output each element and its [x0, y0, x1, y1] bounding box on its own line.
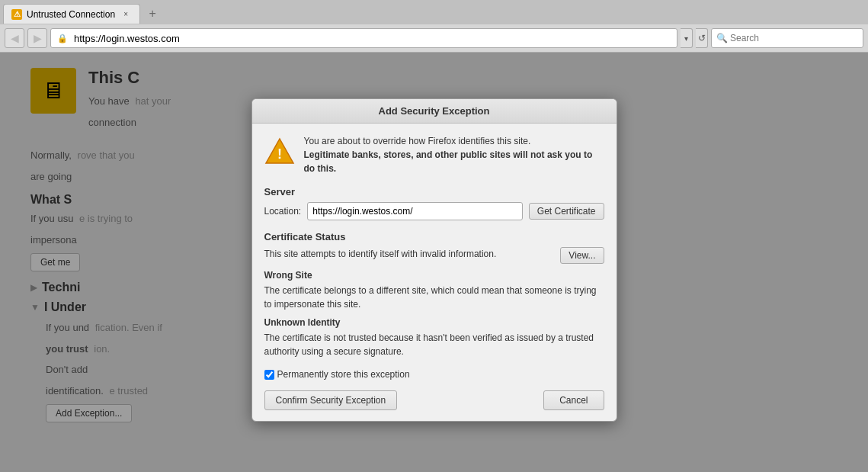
permanently-store-checkbox[interactable]: [264, 370, 274, 380]
wrong-site-text: The certificate belongs to a different s…: [264, 284, 604, 311]
dialog-title: Add Security Exception: [379, 105, 490, 117]
wrong-site-label: Wrong Site: [264, 270, 604, 281]
url-dropdown-button[interactable]: ▾: [681, 28, 693, 48]
page-content: 🖥 This C You have hat your connection No…: [0, 53, 868, 472]
url-refresh-button[interactable]: ↺: [696, 28, 708, 48]
browser-chrome: ⚠ Untrusted Connection × + ◀ ▶ 🔒 https:/…: [0, 0, 868, 53]
dialog-titlebar: Add Security Exception: [252, 99, 617, 124]
dialog-footer: Confirm Security Exception Cancel: [264, 390, 604, 410]
security-exception-dialog: Add Security Exception ! You are about t…: [251, 98, 617, 422]
get-certificate-button[interactable]: Get Certificate: [529, 203, 604, 220]
back-button[interactable]: ◀: [5, 28, 24, 48]
url-lock-icon: 🔒: [57, 34, 68, 43]
search-input[interactable]: [711, 28, 863, 48]
tab-title: Untrusted Connection: [27, 9, 115, 20]
url-text: https://login.westos.com: [74, 33, 180, 44]
tab-bar: ⚠ Untrusted Connection × +: [0, 0, 868, 24]
new-tab-button[interactable]: +: [143, 5, 162, 23]
cert-status-text: This site attempts to identify itself wi…: [264, 247, 555, 261]
cancel-button[interactable]: Cancel: [543, 390, 604, 410]
cert-status-row: This site attempts to identify itself wi…: [264, 247, 604, 264]
svg-text:!: !: [277, 146, 282, 162]
permanently-store-label[interactable]: Permanently store this exception: [277, 369, 410, 380]
dialog-body: ! You are about to override how Firefox …: [252, 124, 617, 421]
location-row: Location: Get Certificate: [264, 202, 604, 220]
tab-close-button[interactable]: ×: [120, 8, 132, 21]
search-container: 🔍: [711, 28, 863, 48]
server-section-label: Server: [264, 186, 604, 197]
view-button[interactable]: View...: [560, 247, 604, 264]
nav-bar: ◀ ▶ 🔒 https://login.westos.com ▾ ↺ 🔍: [0, 24, 868, 52]
tab-warning-icon: ⚠: [11, 9, 22, 20]
unknown-identity-label: Unknown Identity: [264, 317, 604, 328]
confirm-security-exception-button[interactable]: Confirm Security Exception: [264, 390, 398, 410]
location-input[interactable]: [307, 202, 523, 220]
warning-text-line2: Legitimate banks, stores, and other publ…: [304, 148, 604, 175]
cert-status-label: Certificate Status: [264, 231, 604, 242]
unknown-identity-text: The certificate is not trusted because i…: [264, 331, 604, 358]
forward-button[interactable]: ▶: [27, 28, 47, 48]
browser-tab[interactable]: ⚠ Untrusted Connection ×: [3, 4, 140, 24]
warning-text: You are about to override how Firefox id…: [304, 134, 604, 175]
location-label: Location:: [264, 206, 302, 217]
warning-triangle-icon: !: [264, 136, 295, 166]
url-bar[interactable]: 🔒 https://login.westos.com: [50, 28, 677, 48]
warning-text-line1: You are about to override how Firefox id…: [304, 134, 604, 148]
permanently-store-row: Permanently store this exception: [264, 369, 604, 380]
dialog-warning-row: ! You are about to override how Firefox …: [264, 134, 604, 175]
cert-status-section: Certificate Status This site attempts to…: [264, 231, 604, 358]
